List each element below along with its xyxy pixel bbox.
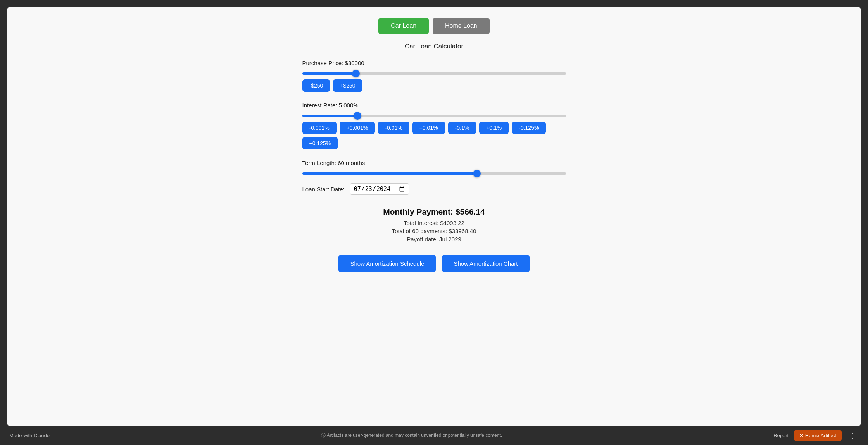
report-button[interactable]: Report <box>773 433 789 438</box>
purchase-price-section: Purchase Price: $30000 -$250 +$250 <box>302 60 566 98</box>
term-length-slider-container <box>302 169 566 176</box>
payoff-date: Payoff date: Jul 2029 <box>383 236 485 242</box>
show-amortization-schedule-button[interactable]: Show Amortization Schedule <box>338 255 436 272</box>
interest-plus-0001-btn[interactable]: +0.001% <box>340 122 375 134</box>
remix-button[interactable]: ✕ Remix Artifact <box>794 430 842 441</box>
purchase-price-slider-container <box>302 69 566 76</box>
tab-home-loan[interactable]: Home Loan <box>433 18 490 34</box>
disclaimer: ⓘ Artifacts are user-generated and may c… <box>321 432 502 439</box>
term-length-slider[interactable] <box>302 172 566 175</box>
interest-rate-value: 5.000% <box>339 102 359 108</box>
interest-rate-slider-container <box>302 112 566 119</box>
interest-minus-001-btn[interactable]: -0.01% <box>378 122 409 134</box>
interest-rate-section: Interest Rate: 5.000% -0.001% +0.001% -0… <box>302 102 566 156</box>
tab-car-loan[interactable]: Car Loan <box>378 18 429 34</box>
loan-start-date-label: Loan Start Date: <box>302 186 345 192</box>
action-row: Show Amortization Schedule Show Amortiza… <box>338 255 529 272</box>
tab-row: Car Loan Home Loan <box>378 18 490 34</box>
purchase-price-minus-btn[interactable]: -$250 <box>302 79 330 92</box>
interest-plus-0125-btn[interactable]: +0.125% <box>302 137 338 149</box>
interest-minus-0125-btn[interactable]: -0.125% <box>512 122 546 134</box>
interest-plus-001-btn[interactable]: +0.01% <box>412 122 445 134</box>
calculator-container: Car Loan Home Loan Car Loan Calculator P… <box>7 7 861 426</box>
interest-plus-01-btn[interactable]: +0.1% <box>479 122 509 134</box>
show-amortization-chart-button[interactable]: Show Amortization Chart <box>442 255 529 272</box>
more-options-button[interactable]: ⋮ <box>847 431 859 441</box>
loan-start-date-row: Loan Start Date: <box>302 183 566 195</box>
term-length-value: 60 months <box>338 160 365 166</box>
loan-start-date-section: Loan Start Date: <box>302 183 566 203</box>
results-section: Monthly Payment: $566.14 Total Interest:… <box>383 207 485 244</box>
interest-minus-01-btn[interactable]: -0.1% <box>448 122 476 134</box>
term-length-section: Term Length: 60 months <box>302 160 566 179</box>
purchase-price-slider[interactable] <box>302 72 566 75</box>
term-length-label: Term Length: 60 months <box>302 160 566 166</box>
total-interest: Total Interest: $4093.22 <box>383 220 485 226</box>
bottom-bar: Made with Claude ⓘ Artifacts are user-ge… <box>0 426 868 445</box>
interest-minus-0001-btn[interactable]: -0.001% <box>302 122 337 134</box>
monthly-payment: Monthly Payment: $566.14 <box>383 207 485 216</box>
total-payments: Total of 60 payments: $33968.40 <box>383 228 485 234</box>
interest-rate-label: Interest Rate: 5.000% <box>302 102 566 108</box>
interest-rate-slider[interactable] <box>302 115 566 117</box>
purchase-price-label: Purchase Price: $30000 <box>302 60 566 66</box>
purchase-price-plus-btn[interactable]: +$250 <box>333 79 362 92</box>
made-with-label: Made with Claude <box>9 433 50 438</box>
purchase-price-btn-row: -$250 +$250 <box>302 79 566 92</box>
interest-rate-btn-row: -0.001% +0.001% -0.01% +0.01% -0.1% +0.1… <box>302 122 566 149</box>
purchase-price-value: $30000 <box>345 60 364 66</box>
loan-start-date-input[interactable] <box>350 183 409 195</box>
bottom-right: Report ✕ Remix Artifact ⋮ <box>773 430 859 441</box>
calculator-title: Car Loan Calculator <box>405 43 463 50</box>
